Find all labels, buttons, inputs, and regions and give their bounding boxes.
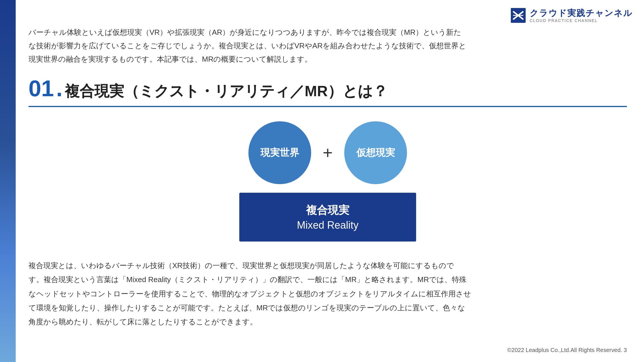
result-line1: 複合現実 xyxy=(251,203,405,218)
plus-sign: + xyxy=(323,143,333,162)
logo-area: クラウド実践チャンネル CLOUD PRACTICE CHANNEL xyxy=(511,8,633,23)
footer-text: ©2022 Leadplus Co.,Ltd.All Rights Reserv… xyxy=(507,347,627,353)
bottom-paragraph: 複合現実とは、いわゆるバーチャル技術（XR技術）の一種で、現実世界と仮想現実が同… xyxy=(29,259,613,329)
logo-icon xyxy=(511,8,526,23)
footer: ©2022 Leadplus Co.,Ltd.All Rights Reserv… xyxy=(507,347,627,353)
result-line2: Mixed Reality xyxy=(251,219,405,231)
circle-virtual: 仮想現実 xyxy=(344,121,407,184)
result-box: 複合現実 Mixed Reality xyxy=(239,193,416,242)
left-accent-bar xyxy=(0,0,16,362)
section-divider xyxy=(29,106,627,107)
heading-dot: . xyxy=(56,77,62,100)
section-heading: 01 . 複合現実（ミクスト・リアリティ／MR）とは？ xyxy=(29,77,627,100)
intro-paragraph: バーチャル体験といえば仮想現実（VR）や拡張現実（AR）が身近になりつつあります… xyxy=(29,26,613,66)
logo-ja: クラウド実践チャンネル xyxy=(530,8,633,18)
heading-number: 01 xyxy=(29,77,54,100)
heading-title: 複合現実（ミクスト・リアリティ／MR）とは？ xyxy=(65,82,388,100)
logo-text: クラウド実践チャンネル CLOUD PRACTICE CHANNEL xyxy=(530,8,633,23)
logo-en: CLOUD PRACTICE CHANNEL xyxy=(530,18,598,23)
main-content: バーチャル体験といえば仮想現実（VR）や拡張現実（AR）が身近になりつつあります… xyxy=(29,26,627,329)
circles-row: 現実世界 + 仮想現実 xyxy=(248,121,407,184)
diagram-area: 現実世界 + 仮想現実 複合現実 Mixed Reality xyxy=(29,121,627,242)
circle-reality: 現実世界 xyxy=(248,121,311,184)
